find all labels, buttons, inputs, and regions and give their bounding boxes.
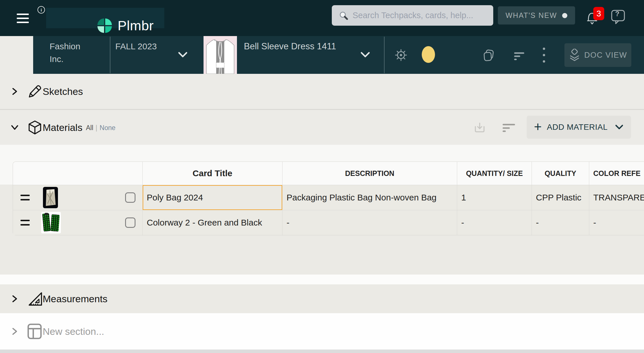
section-materials-header: Materials All|None + ADD MATERIAL (0, 110, 644, 145)
plus-icon: + (534, 119, 542, 134)
table-header-row: Card Title DESCRIPTION QUANTITY/ SIZE QU… (13, 162, 644, 185)
season-chevron-down-icon[interactable] (177, 51, 188, 59)
techpack-name-selector[interactable]: Bell Sleeve Dress 1411 (244, 40, 345, 53)
search-input[interactable] (353, 11, 493, 20)
card-title-cell-selected[interactable]: Poly Bag 2024 (143, 185, 283, 210)
pencil-icon (27, 84, 42, 99)
measurements-ruler-icon (27, 291, 43, 307)
global-search[interactable] (332, 5, 493, 26)
table-row: Poly Bag 2024 Packaging Plastic Bag Non-… (13, 185, 644, 210)
material-thumbnail-polybag[interactable] (43, 187, 58, 208)
filter-icon[interactable] (514, 52, 525, 61)
select-all-none: All|None (86, 124, 116, 132)
header-description[interactable]: DESCRIPTION (283, 162, 457, 185)
measurements-chevron-right-icon[interactable] (11, 294, 18, 304)
materials-table: Card Title DESCRIPTION QUANTITY/ SIZE QU… (13, 162, 644, 235)
whats-new-dot-icon (562, 13, 567, 18)
quality-cell[interactable]: CPP Plastic (532, 185, 589, 210)
section-gap (0, 275, 644, 284)
description-cell[interactable]: - (283, 210, 457, 235)
bar-divider (110, 37, 110, 73)
status-gear-icon[interactable] (394, 48, 408, 62)
card-title-cell[interactable]: Colorway 2 - Green and Black (143, 210, 283, 235)
help-glyph: ? (615, 10, 619, 18)
section-measurements: Measurements (0, 284, 644, 313)
description-cell[interactable]: Packaging Plastic Bag Non-woven Bag (283, 185, 457, 210)
more-options-kebab-icon[interactable] (543, 48, 546, 63)
whats-new-button[interactable]: WHAT'S NEW (498, 6, 575, 25)
section-sketches: Sketches (0, 74, 644, 109)
header-color-reference[interactable]: COLOR REFE (589, 162, 644, 185)
search-icon (339, 11, 349, 20)
company-name: Fashion Inc. (50, 40, 96, 65)
materials-chevron-down-icon[interactable] (10, 124, 20, 131)
quantity-cell[interactable]: - (457, 210, 532, 235)
table-row: Colorway 2 - Green and Black - - - - (13, 210, 644, 235)
select-separator: | (96, 124, 97, 132)
status-color-indicator[interactable] (422, 46, 435, 63)
plmbr-logo-icon (96, 17, 113, 34)
info-glyph: i (41, 7, 42, 12)
section-new: New section... (0, 313, 644, 350)
color-reference-cell[interactable]: - (589, 210, 644, 235)
techpack-bar-left-gap (0, 36, 33, 74)
material-thumbnail-colorway[interactable] (41, 212, 61, 233)
help-button[interactable]: ? (611, 9, 626, 27)
hamburger-menu-button[interactable] (17, 14, 29, 23)
new-section-chevron-right-icon[interactable] (11, 326, 18, 336)
techpack-bar-body: Fashion Inc. FALL 2023 Bell Sleeve Dress… (33, 36, 644, 74)
whats-new-label: WHAT'S NEW (506, 11, 557, 20)
layers-icon (569, 49, 580, 61)
measurements-title[interactable]: Measurements (43, 293, 108, 305)
header-handle-column (13, 162, 143, 185)
doc-view-button[interactable]: DOC VIEW (564, 43, 631, 67)
techpack-bar: Fashion Inc. FALL 2023 Bell Sleeve Dress… (0, 36, 644, 74)
add-material-button[interactable]: + ADD MATERIAL (527, 116, 631, 139)
drag-handle[interactable] (20, 195, 30, 200)
header-quantity-size[interactable]: QUANTITY/ SIZE (457, 162, 532, 185)
techpack-thumbnail[interactable] (204, 36, 237, 74)
bottom-strip (0, 350, 644, 353)
quantity-cell[interactable]: 1 (457, 185, 532, 210)
materials-title[interactable]: Materials (43, 122, 82, 133)
select-none-link[interactable]: None (100, 124, 116, 132)
copy-icon[interactable] (482, 49, 495, 62)
select-all-link[interactable]: All (86, 124, 93, 132)
add-material-chevron-down-icon (615, 124, 624, 130)
top-navbar: i Plmbr WHAT'S NEW (0, 0, 644, 36)
notification-badge: 3 (593, 7, 604, 20)
doc-view-label: DOC VIEW (584, 51, 627, 60)
add-material-label: ADD MATERIAL (547, 123, 608, 132)
sort-icon[interactable] (502, 122, 515, 133)
logo-block[interactable]: Plmbr (46, 8, 164, 28)
bar-divider (384, 37, 385, 73)
drag-handle[interactable] (20, 220, 30, 226)
new-section-title[interactable]: New section... (43, 326, 104, 337)
row-controls-cell (13, 185, 143, 210)
materials-cube-icon (27, 120, 43, 135)
app-screen: i Plmbr WHAT'S NEW (0, 0, 644, 353)
row-checkbox[interactable] (125, 217, 135, 228)
sketches-chevron-right-icon[interactable] (11, 87, 18, 96)
header-card-title[interactable]: Card Title (143, 162, 283, 185)
quality-cell[interactable]: - (532, 210, 589, 235)
new-section-layout-icon (27, 323, 42, 339)
row-controls-cell (13, 210, 143, 235)
sketches-title[interactable]: Sketches (43, 86, 83, 97)
import-download-icon[interactable] (473, 121, 486, 134)
techpack-chevron-down-icon[interactable] (360, 51, 371, 59)
header-quality[interactable]: QUALITY (532, 162, 589, 185)
season-selector[interactable]: FALL 2023 (115, 40, 164, 53)
brand-name: Plmbr (118, 18, 154, 33)
row-checkbox[interactable] (125, 192, 135, 203)
color-reference-cell[interactable]: TRANSPARE (589, 185, 644, 210)
info-icon[interactable]: i (37, 6, 45, 14)
notifications-button[interactable]: 3 (585, 8, 608, 28)
